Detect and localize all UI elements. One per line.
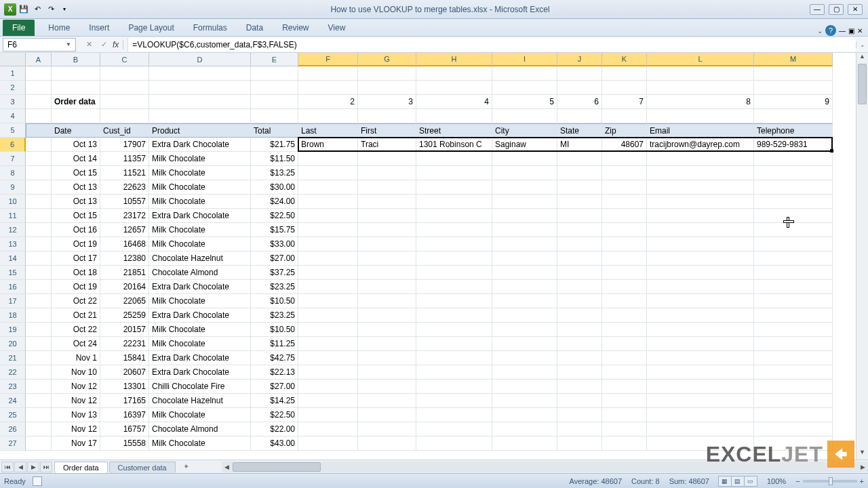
cell[interactable]	[647, 166, 754, 180]
row-header-17[interactable]: 17	[0, 294, 26, 308]
vertical-scrollbar[interactable]: ▲ ▼	[856, 53, 868, 460]
cell[interactable]	[647, 109, 754, 123]
cell[interactable]: Last	[298, 123, 358, 138]
cell[interactable]	[416, 380, 492, 394]
row-header-8[interactable]: 8	[0, 166, 26, 180]
cell[interactable]	[754, 237, 833, 251]
cell[interactable]	[492, 280, 557, 294]
cell[interactable]	[298, 280, 358, 294]
cell[interactable]	[647, 152, 754, 166]
cell[interactable]	[26, 209, 52, 223]
cell[interactable]	[358, 422, 416, 436]
cell[interactable]: 8	[647, 95, 754, 109]
cell[interactable]: 1301 Robinson C	[416, 138, 492, 152]
cell[interactable]	[100, 95, 149, 109]
cell[interactable]	[754, 109, 833, 123]
cell[interactable]	[416, 180, 492, 195]
cell[interactable]	[754, 365, 833, 380]
cell[interactable]	[26, 138, 52, 152]
cell[interactable]: Nov 17	[52, 436, 100, 451]
cell[interactable]: 16468	[100, 237, 149, 251]
cell[interactable]	[358, 380, 416, 394]
cell[interactable]	[52, 66, 100, 81]
row-header-26[interactable]: 26	[0, 422, 26, 436]
cell[interactable]	[602, 237, 647, 251]
cell[interactable]	[492, 294, 557, 308]
cell[interactable]: Oct 14	[52, 152, 100, 166]
cell[interactable]	[416, 237, 492, 251]
cell[interactable]: $22.50	[251, 408, 298, 422]
cell[interactable]: $27.00	[251, 380, 298, 394]
cell[interactable]	[647, 66, 754, 81]
cancel-formula-icon[interactable]: ✕	[83, 39, 95, 51]
cell[interactable]	[416, 323, 492, 337]
cell[interactable]	[557, 152, 602, 166]
cell[interactable]	[754, 81, 833, 95]
cell[interactable]	[557, 66, 602, 81]
cell[interactable]	[647, 422, 754, 436]
file-tab[interactable]: File	[3, 20, 35, 36]
cell[interactable]	[358, 394, 416, 408]
row-header-9[interactable]: 9	[0, 180, 26, 195]
cell[interactable]: Milk Chocolate	[149, 223, 251, 237]
cell[interactable]: $11.50	[251, 152, 298, 166]
zoom-in-button[interactable]: +	[860, 477, 864, 485]
cell[interactable]	[602, 209, 647, 223]
cell[interactable]	[754, 408, 833, 422]
cell[interactable]	[647, 266, 754, 280]
row-header-27[interactable]: 27	[0, 436, 26, 451]
cell[interactable]: Oct 16	[52, 223, 100, 237]
cell[interactable]	[298, 266, 358, 280]
undo-icon[interactable]: ↶	[31, 3, 43, 16]
cell[interactable]	[298, 223, 358, 237]
ribbon-tab-data[interactable]: Data	[237, 20, 273, 36]
col-header-A[interactable]: A	[26, 53, 52, 66]
cell[interactable]	[602, 66, 647, 81]
cell[interactable]	[557, 365, 602, 380]
cell[interactable]	[602, 223, 647, 237]
cell[interactable]	[100, 109, 149, 123]
cell[interactable]	[557, 223, 602, 237]
cell[interactable]	[26, 380, 52, 394]
cell[interactable]	[298, 166, 358, 180]
page-layout-view-button[interactable]: ▤	[731, 476, 745, 487]
row-header-3[interactable]: 3	[0, 95, 26, 109]
sheet-tab-active[interactable]: Order data	[54, 462, 108, 473]
cell[interactable]: 5	[492, 95, 557, 109]
cell[interactable]: Milk Chocolate	[149, 436, 251, 451]
col-header-H[interactable]: H	[416, 53, 492, 66]
cell[interactable]	[26, 223, 52, 237]
cell[interactable]: Nov 13	[52, 408, 100, 422]
cell[interactable]: Chocolate Almond	[149, 422, 251, 436]
row-header-14[interactable]: 14	[0, 251, 26, 266]
cell[interactable]	[647, 195, 754, 209]
cell[interactable]	[602, 166, 647, 180]
save-icon[interactable]: 💾	[18, 3, 30, 16]
cell[interactable]	[754, 280, 833, 294]
cell[interactable]	[298, 422, 358, 436]
cell[interactable]	[557, 209, 602, 223]
cell[interactable]	[492, 436, 557, 451]
cell[interactable]	[754, 351, 833, 365]
cell[interactable]	[647, 365, 754, 380]
cell[interactable]	[149, 66, 251, 81]
cell[interactable]	[149, 81, 251, 95]
cell[interactable]	[26, 123, 52, 138]
cell[interactable]	[298, 66, 358, 81]
scroll-right-icon[interactable]: ▶	[857, 464, 868, 470]
ribbon-minimize-icon[interactable]: ⌄	[817, 27, 823, 35]
cell[interactable]	[602, 308, 647, 323]
cell[interactable]	[754, 266, 833, 280]
cell[interactable]	[492, 308, 557, 323]
row-header-7[interactable]: 7	[0, 152, 26, 166]
cell[interactable]	[416, 436, 492, 451]
cell[interactable]: 22231	[100, 337, 149, 351]
cell[interactable]	[647, 351, 754, 365]
cell[interactable]	[298, 294, 358, 308]
cell[interactable]	[492, 195, 557, 209]
cell[interactable]	[754, 180, 833, 195]
cell[interactable]	[754, 223, 833, 237]
cell[interactable]	[26, 365, 52, 380]
cell[interactable]	[492, 81, 557, 95]
formula-input[interactable]	[127, 38, 856, 52]
